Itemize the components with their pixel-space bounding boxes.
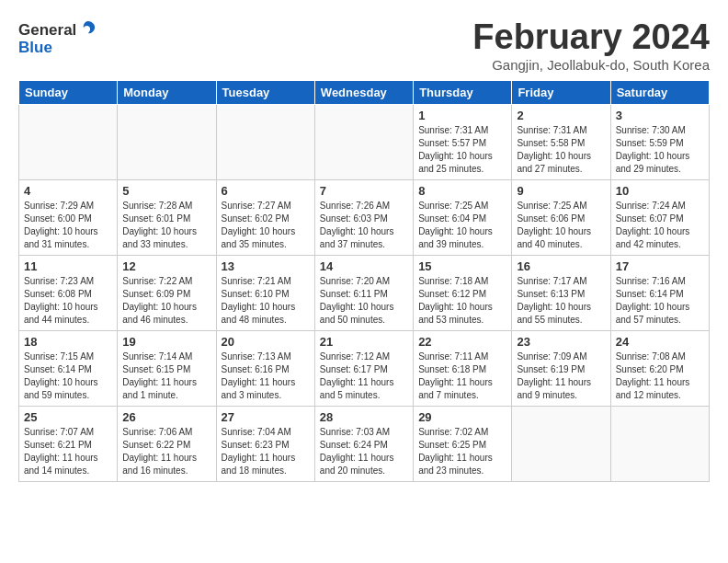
- day-info: Sunrise: 7:04 AM Sunset: 6:23 PM Dayligh…: [222, 426, 310, 477]
- day-info: Sunrise: 7:03 AM Sunset: 6:24 PM Dayligh…: [320, 426, 408, 477]
- day-info: Sunrise: 7:28 AM Sunset: 6:01 PM Dayligh…: [122, 200, 210, 251]
- calendar-week-3: 11Sunrise: 7:23 AM Sunset: 6:08 PM Dayli…: [19, 255, 710, 330]
- day-info: Sunrise: 7:30 AM Sunset: 5:59 PM Dayligh…: [616, 124, 704, 176]
- day-number: 8: [418, 184, 506, 198]
- table-row: 22Sunrise: 7:11 AM Sunset: 6:18 PM Dayli…: [414, 330, 512, 406]
- day-number: 29: [418, 410, 506, 424]
- day-info: Sunrise: 7:11 AM Sunset: 6:18 PM Dayligh…: [418, 350, 506, 402]
- day-number: 23: [517, 335, 605, 349]
- header-tuesday: Tuesday: [216, 80, 314, 104]
- table-row: [314, 104, 413, 179]
- day-number: 12: [122, 259, 210, 273]
- table-row: 2Sunrise: 7:31 AM Sunset: 5:58 PM Daylig…: [512, 104, 610, 179]
- day-number: 18: [24, 335, 112, 349]
- day-number: 11: [24, 259, 112, 273]
- title-block: February 2024 Gangjin, Jeollabuk-do, Sou…: [472, 18, 710, 73]
- table-row: 13Sunrise: 7:21 AM Sunset: 6:10 PM Dayli…: [216, 255, 314, 330]
- calendar-header-row: Sunday Monday Tuesday Wednesday Thursday…: [19, 80, 710, 104]
- table-row: 3Sunrise: 7:30 AM Sunset: 5:59 PM Daylig…: [610, 104, 709, 179]
- table-row: 15Sunrise: 7:18 AM Sunset: 6:12 PM Dayli…: [414, 255, 512, 330]
- page-container: General Blue February 2024 Gangjin, Jeol…: [0, 0, 728, 491]
- day-info: Sunrise: 7:14 AM Sunset: 6:15 PM Dayligh…: [122, 350, 210, 402]
- day-number: 15: [418, 259, 506, 273]
- day-number: 19: [122, 335, 210, 349]
- day-info: Sunrise: 7:08 AM Sunset: 6:20 PM Dayligh…: [616, 350, 704, 402]
- table-row: 5Sunrise: 7:28 AM Sunset: 6:01 PM Daylig…: [118, 179, 216, 255]
- logo-block: General Blue: [18, 18, 98, 57]
- calendar-week-2: 4Sunrise: 7:29 AM Sunset: 6:00 PM Daylig…: [19, 179, 710, 255]
- day-info: Sunrise: 7:15 AM Sunset: 6:14 PM Dayligh…: [24, 350, 112, 402]
- day-number: 2: [517, 109, 605, 122]
- table-row: 26Sunrise: 7:06 AM Sunset: 6:22 PM Dayli…: [118, 406, 216, 481]
- day-number: 22: [418, 335, 506, 349]
- header-monday: Monday: [118, 80, 216, 104]
- logo-bird-icon: [78, 18, 98, 42]
- table-row: 23Sunrise: 7:09 AM Sunset: 6:19 PM Dayli…: [512, 330, 610, 406]
- day-number: 25: [24, 410, 112, 424]
- day-number: 14: [320, 259, 408, 273]
- table-row: 24Sunrise: 7:08 AM Sunset: 6:20 PM Dayli…: [610, 330, 709, 406]
- day-info: Sunrise: 7:02 AM Sunset: 6:25 PM Dayligh…: [418, 426, 506, 477]
- table-row: 14Sunrise: 7:20 AM Sunset: 6:11 PM Dayli…: [314, 255, 413, 330]
- logo-text-blue: Blue: [18, 39, 52, 57]
- day-number: 9: [517, 184, 605, 198]
- day-number: 16: [517, 259, 605, 273]
- table-row: 28Sunrise: 7:03 AM Sunset: 6:24 PM Dayli…: [314, 406, 413, 481]
- day-info: Sunrise: 7:13 AM Sunset: 6:16 PM Dayligh…: [222, 350, 310, 402]
- day-number: 3: [616, 109, 704, 122]
- table-row: 9Sunrise: 7:25 AM Sunset: 6:06 PM Daylig…: [512, 179, 610, 255]
- table-row: [118, 104, 216, 179]
- table-row: 21Sunrise: 7:12 AM Sunset: 6:17 PM Dayli…: [314, 330, 413, 406]
- day-number: 1: [418, 109, 506, 122]
- day-number: 10: [616, 184, 704, 198]
- day-info: Sunrise: 7:12 AM Sunset: 6:17 PM Dayligh…: [320, 350, 408, 402]
- day-info: Sunrise: 7:06 AM Sunset: 6:22 PM Dayligh…: [122, 426, 210, 477]
- day-number: 13: [222, 259, 310, 273]
- table-row: 10Sunrise: 7:24 AM Sunset: 6:07 PM Dayli…: [610, 179, 709, 255]
- day-info: Sunrise: 7:31 AM Sunset: 5:58 PM Dayligh…: [517, 124, 605, 176]
- day-info: Sunrise: 7:16 AM Sunset: 6:14 PM Dayligh…: [616, 275, 704, 327]
- table-row: 12Sunrise: 7:22 AM Sunset: 6:09 PM Dayli…: [118, 255, 216, 330]
- day-info: Sunrise: 7:26 AM Sunset: 6:03 PM Dayligh…: [320, 200, 408, 251]
- day-number: 5: [122, 184, 210, 198]
- table-row: [610, 406, 709, 481]
- day-info: Sunrise: 7:25 AM Sunset: 6:06 PM Dayligh…: [517, 200, 605, 251]
- location: Gangjin, Jeollabuk-do, South Korea: [472, 57, 710, 73]
- day-number: 4: [24, 184, 112, 198]
- table-row: 1Sunrise: 7:31 AM Sunset: 5:57 PM Daylig…: [414, 104, 512, 179]
- table-row: 29Sunrise: 7:02 AM Sunset: 6:25 PM Dayli…: [414, 406, 512, 481]
- logo-text-general: General: [18, 21, 76, 40]
- table-row: [19, 104, 118, 179]
- table-row: 25Sunrise: 7:07 AM Sunset: 6:21 PM Dayli…: [19, 406, 118, 481]
- day-number: 17: [616, 259, 704, 273]
- header-friday: Friday: [512, 80, 610, 104]
- header: General Blue February 2024 Gangjin, Jeol…: [18, 18, 710, 73]
- logo: General Blue: [18, 18, 98, 57]
- day-number: 24: [616, 335, 704, 349]
- day-number: 21: [320, 335, 408, 349]
- day-info: Sunrise: 7:23 AM Sunset: 6:08 PM Dayligh…: [24, 275, 112, 327]
- day-info: Sunrise: 7:29 AM Sunset: 6:00 PM Dayligh…: [24, 200, 112, 251]
- header-wednesday: Wednesday: [314, 80, 413, 104]
- header-thursday: Thursday: [414, 80, 512, 104]
- day-info: Sunrise: 7:25 AM Sunset: 6:04 PM Dayligh…: [418, 200, 506, 251]
- table-row: 18Sunrise: 7:15 AM Sunset: 6:14 PM Dayli…: [19, 330, 118, 406]
- header-saturday: Saturday: [610, 80, 709, 104]
- calendar-table: Sunday Monday Tuesday Wednesday Thursday…: [18, 80, 710, 482]
- day-number: 28: [320, 410, 408, 424]
- day-number: 26: [122, 410, 210, 424]
- day-info: Sunrise: 7:07 AM Sunset: 6:21 PM Dayligh…: [24, 426, 112, 477]
- day-number: 20: [222, 335, 310, 349]
- table-row: 7Sunrise: 7:26 AM Sunset: 6:03 PM Daylig…: [314, 179, 413, 255]
- calendar-week-4: 18Sunrise: 7:15 AM Sunset: 6:14 PM Dayli…: [19, 330, 710, 406]
- day-number: 6: [222, 184, 310, 198]
- day-info: Sunrise: 7:24 AM Sunset: 6:07 PM Dayligh…: [616, 200, 704, 251]
- day-info: Sunrise: 7:31 AM Sunset: 5:57 PM Dayligh…: [418, 124, 506, 176]
- day-info: Sunrise: 7:22 AM Sunset: 6:09 PM Dayligh…: [122, 275, 210, 327]
- day-info: Sunrise: 7:09 AM Sunset: 6:19 PM Dayligh…: [517, 350, 605, 402]
- table-row: [216, 104, 314, 179]
- day-info: Sunrise: 7:18 AM Sunset: 6:12 PM Dayligh…: [418, 275, 506, 327]
- table-row: 19Sunrise: 7:14 AM Sunset: 6:15 PM Dayli…: [118, 330, 216, 406]
- day-info: Sunrise: 7:20 AM Sunset: 6:11 PM Dayligh…: [320, 275, 408, 327]
- table-row: 4Sunrise: 7:29 AM Sunset: 6:00 PM Daylig…: [19, 179, 118, 255]
